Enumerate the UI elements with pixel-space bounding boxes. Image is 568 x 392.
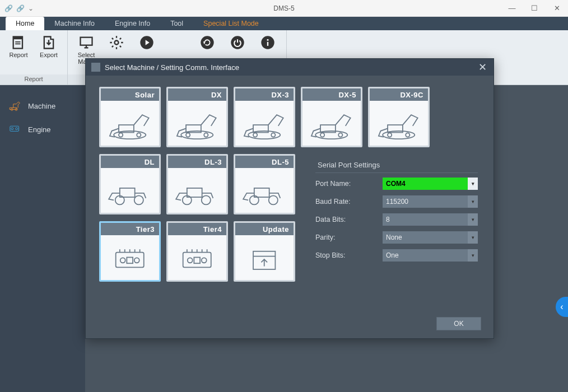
chevron-down-icon: ▾ — [468, 231, 478, 244]
menu-tab-engine-info[interactable]: Engine Info — [105, 17, 160, 30]
port-select-parity[interactable]: None▾ — [383, 231, 478, 244]
gear-icon — [109, 35, 124, 50]
svg-rect-13 — [267, 42, 268, 46]
svg-point-23 — [186, 133, 190, 137]
svg-point-53 — [134, 258, 139, 263]
ribbon-export[interactable]: Export — [34, 32, 64, 74]
dialog-title-bar: Select Machine / Setting Comm. Interface… — [86, 59, 493, 76]
port-select-value: COM4 — [386, 180, 406, 188]
tile-label: DL-5 — [235, 156, 294, 168]
quick-access-icons: 🔗 🔗 ⌄ — [0, 4, 34, 12]
sidebar-item-machine[interactable]: Machine — [0, 94, 85, 118]
engine-icon — [101, 235, 159, 280]
minimize-button[interactable]: — — [501, 0, 523, 17]
loader-icon — [101, 168, 159, 213]
svg-point-28 — [272, 133, 276, 137]
dialog-close-button[interactable]: ✕ — [477, 62, 488, 73]
port-select-stopbits[interactable]: One▾ — [383, 249, 478, 262]
dialog-icon — [91, 63, 100, 72]
report-icon — [11, 35, 26, 50]
menu-tab-home[interactable]: Home — [6, 17, 44, 30]
svg-point-7 — [115, 41, 119, 45]
export-icon — [41, 35, 57, 50]
sidebar-item-engine[interactable]: Engine — [0, 118, 85, 141]
menu-tab-special-list-mode[interactable]: Special List Mode — [193, 17, 269, 30]
menu-tab-machine-info[interactable]: Machine Info — [44, 17, 105, 30]
port-select-value: One — [386, 251, 399, 259]
engine-icon — [8, 123, 22, 136]
info-icon — [260, 35, 276, 50]
play-icon — [139, 35, 155, 50]
link-icon[interactable]: 🔗 — [16, 4, 25, 12]
tile-label: DX — [168, 88, 226, 101]
serial-port-settings-panel: Serial Port Settings Port Name:COM4▾Baud… — [315, 157, 478, 267]
svg-point-45 — [269, 195, 278, 204]
menu-tab-tool[interactable]: Tool — [160, 17, 193, 30]
loader-icon — [168, 168, 226, 213]
port-panel-title: Serial Port Settings — [315, 157, 478, 173]
port-row-databits: Data Bits:8▾ — [315, 213, 478, 226]
svg-rect-1 — [13, 37, 22, 40]
ribbon-group-label: Report — [0, 74, 67, 85]
machine-tile-tier3[interactable]: Tier3 — [99, 221, 161, 282]
link-icon[interactable]: 🔗 — [4, 4, 13, 12]
svg-point-24 — [204, 133, 208, 137]
svg-point-39 — [134, 195, 143, 204]
title-bar: 🔗 🔗 ⌄ DMS-5 — ☐ ✕ — [0, 0, 568, 17]
machine-tile-dl-3[interactable]: DL-3 — [166, 154, 228, 214]
machine-tile-dl-5[interactable]: DL-5 — [234, 154, 295, 214]
excavator-icon — [168, 101, 226, 146]
svg-point-35 — [388, 133, 392, 137]
port-row-baudrate: Baud Rate:115200▾ — [315, 195, 478, 208]
tile-label: Solar — [101, 88, 159, 101]
machine-tile-dx-3[interactable]: DX-3 — [234, 87, 295, 147]
tile-label: DX-9C — [370, 88, 428, 101]
machine-tile-update[interactable]: Update — [234, 221, 295, 282]
excavator-icon — [101, 101, 159, 146]
maximize-button[interactable]: ☐ — [523, 0, 546, 17]
loader-icon — [235, 168, 294, 213]
machine-tile-dx-9c[interactable]: DX-9C — [368, 87, 430, 147]
machine-tile-dl[interactable]: DL — [99, 154, 161, 214]
port-row-parity: Parity:None▾ — [315, 231, 478, 244]
svg-rect-63 — [194, 257, 201, 263]
menu-bar: HomeMachine InfoEngine InfoToolSpecial L… — [0, 17, 568, 30]
ok-button[interactable]: OK — [436, 317, 481, 330]
port-select-portname[interactable]: COM4▾ — [383, 178, 478, 190]
port-row-label: Parity: — [315, 234, 383, 241]
svg-point-61 — [188, 258, 193, 263]
excavator-icon — [8, 100, 22, 112]
port-select-baudrate[interactable]: 115200▾ — [383, 195, 478, 208]
sidebar: MachineEngine — [0, 85, 85, 392]
qat-divider: ⌄ — [28, 4, 34, 12]
excavator-icon — [370, 101, 428, 146]
machine-tile-dx[interactable]: DX — [166, 87, 228, 147]
machine-tile-solar[interactable]: Solar — [99, 87, 161, 147]
power-icon — [230, 35, 245, 50]
svg-point-16 — [16, 128, 18, 130]
port-select-value: None — [386, 234, 402, 241]
refresh-icon — [199, 35, 215, 50]
dialog-title: Select Machine / Setting Comm. Interface — [105, 63, 239, 72]
engine-icon — [168, 235, 226, 280]
svg-rect-54 — [127, 257, 133, 263]
svg-point-62 — [202, 258, 207, 263]
svg-point-42 — [202, 195, 211, 204]
chevron-down-icon: ▾ — [468, 213, 478, 226]
monitor-icon — [78, 35, 94, 50]
svg-point-31 — [320, 133, 324, 137]
machine-tile-dx-5[interactable]: DX-5 — [301, 87, 362, 147]
close-button[interactable]: ✕ — [546, 0, 568, 17]
sidebar-item-label: Engine — [28, 125, 50, 134]
ribbon-item-label: Report — [9, 52, 27, 58]
tile-label: DL-3 — [168, 156, 226, 168]
ribbon-report[interactable]: Report — [3, 32, 34, 74]
port-select-databits[interactable]: 8▾ — [383, 213, 478, 226]
tile-label: DX-5 — [302, 88, 361, 101]
update-icon — [235, 235, 294, 280]
svg-point-20 — [137, 133, 141, 137]
machine-tile-tier4[interactable]: Tier4 — [166, 221, 228, 282]
sidebar-item-label: Machine — [28, 102, 55, 110]
port-row-label: Stop Bits: — [315, 251, 383, 259]
port-row-label: Data Bits: — [315, 216, 383, 223]
